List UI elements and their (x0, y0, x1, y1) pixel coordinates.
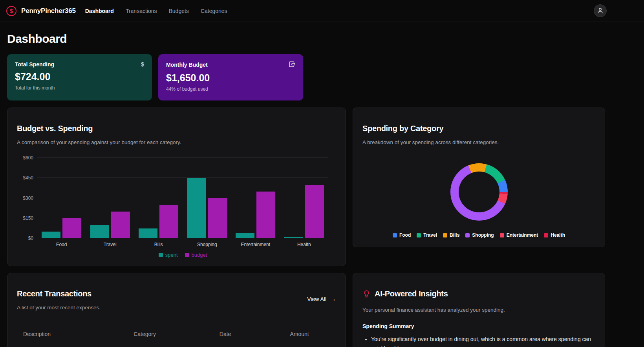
col-category: Category (134, 331, 220, 337)
brand-name: PennyPincher365 (21, 7, 76, 15)
x-label-shopping: Shopping (183, 242, 232, 247)
donut-hole (459, 172, 499, 212)
donut-wrap (362, 163, 595, 221)
legend-item-health: Health (544, 232, 565, 238)
arrow-right-icon: → (330, 296, 336, 303)
col-description: Description (23, 331, 134, 337)
budget-vs-spending-bar-chart: $0$150$300$450$600 (17, 158, 336, 238)
y-tick-label: $300 (23, 195, 33, 201)
nav-item-transactions[interactable]: Transactions (126, 8, 157, 14)
stat-subtext: Total for this month (15, 85, 144, 91)
bar-spent-entertainment (236, 233, 254, 239)
brand-home-link[interactable]: $ PennyPincher365 (6, 6, 76, 16)
bar-budget-bills (159, 205, 178, 238)
stat-value: $724.00 (15, 71, 144, 82)
bar-budget-shopping (208, 198, 227, 239)
nav-item-categories[interactable]: Categories (201, 8, 227, 14)
transactions-title: Recent Transactions (17, 289, 101, 298)
legend-swatch (393, 233, 397, 237)
table-row (17, 342, 336, 347)
stat-value: $1,650.00 (166, 72, 295, 84)
dollar-icon: $ (141, 61, 144, 68)
chart-subtitle: A breakdown of your spending across diff… (362, 139, 595, 145)
view-all-link[interactable]: View All → (307, 296, 336, 303)
legend-swatch (465, 233, 470, 237)
x-label-bills: Bills (134, 242, 183, 247)
bottom-row: Recent Transactions A list of your most … (7, 273, 644, 347)
bar-spent-food (42, 232, 60, 238)
bar-group-entertainment (231, 158, 280, 238)
bar-group-health (280, 158, 329, 238)
stats-row: Total Spending $ $724.00 Total for this … (7, 54, 644, 100)
legend-item-shopping: Shopping (465, 232, 494, 238)
col-amount: Amount (290, 331, 330, 337)
x-label-entertainment: Entertainment (231, 242, 280, 247)
bar-group-food (37, 158, 86, 238)
logo-glyph: $ (10, 7, 13, 14)
insights-section-heading: Spending Summary (362, 323, 595, 329)
legend-swatch (443, 233, 447, 237)
legend-item-food: Food (393, 232, 411, 238)
insights-bullet-list: You're significantly over budget in dini… (362, 335, 595, 347)
dollar-circle-logo-icon: $ (6, 6, 16, 16)
chart-subtitle: A comparison of your spending against yo… (17, 139, 336, 145)
nav-item-budgets[interactable]: Budgets (169, 8, 189, 14)
insights-title: AI-Powered Insights (375, 289, 448, 298)
bar-budget-travel (111, 212, 130, 238)
x-label-travel: Travel (86, 242, 135, 247)
bar-spent-bills (139, 228, 157, 239)
legend-swatch (417, 233, 421, 237)
y-axis: $0$150$300$450$600 (17, 158, 37, 238)
x-label-health: Health (280, 242, 329, 247)
legend-item-budget: budget (185, 252, 207, 258)
stat-label: Total Spending (15, 61, 54, 68)
stat-subtext: 44% of budget used (166, 86, 295, 92)
main-content: Dashboard Total Spending $ $724.00 Total… (0, 22, 644, 347)
view-all-label: View All (307, 296, 326, 302)
bar-budget-food (62, 218, 81, 238)
spending-donut-chart (450, 163, 508, 221)
page-title: Dashboard (7, 32, 644, 46)
legend-item-travel: Travel (417, 232, 437, 238)
chart-title: Budget vs. Spending (17, 124, 336, 133)
spending-by-category-card: Spending by Category A breakdown of your… (353, 108, 605, 247)
charts-row: Budget vs. Spending A comparison of your… (7, 108, 644, 266)
nav-item-dashboard[interactable]: Dashboard (85, 8, 114, 14)
top-navbar: $ PennyPincher365 Dashboard Transactions… (0, 0, 644, 22)
y-tick-label: $450 (23, 175, 33, 181)
recent-transactions-card: Recent Transactions A list of your most … (7, 273, 346, 347)
y-tick-label: $150 (23, 216, 33, 221)
transactions-subtitle: A list of your most recent expenses. (17, 305, 101, 310)
pie-chart-legend: FoodTravelBillsShoppingEntertainmentHeal… (362, 232, 595, 238)
bar-budget-health (305, 185, 324, 239)
x-label-food: Food (37, 242, 86, 247)
user-menu-button[interactable] (594, 4, 607, 17)
legend-swatch (159, 253, 163, 257)
plot-area (37, 158, 328, 238)
col-date: Date (220, 331, 290, 337)
bar-chart-legend: spentbudget (37, 252, 328, 258)
total-spending-card: Total Spending $ $724.00 Total for this … (7, 54, 152, 100)
legend-item-entertainment: Entertainment (500, 232, 538, 238)
transactions-table: Description Category Date Amount (17, 326, 336, 347)
table-header-row: Description Category Date Amount (17, 326, 336, 342)
wallet-icon (289, 61, 295, 69)
ai-insights-card: AI-Powered Insights Your personal financ… (353, 273, 605, 347)
bar-budget-entertainment (256, 192, 275, 239)
stat-label: Monthly Budget (166, 62, 208, 68)
user-icon (596, 7, 604, 15)
y-tick-label: $600 (23, 155, 33, 161)
lightbulb-icon (362, 290, 371, 298)
x-axis-labels: FoodTravelBillsShoppingEntertainmentHeal… (37, 242, 328, 247)
bar-group-shopping (183, 158, 232, 238)
bar-group-bills (134, 158, 183, 238)
monthly-budget-card: Monthly Budget $1,650.00 44% of budget u… (158, 54, 303, 100)
bar-group-travel (86, 158, 135, 238)
legend-swatch (185, 253, 189, 257)
chart-title: Spending by Category (362, 124, 595, 133)
insights-subtitle: Your personal finance assistant has anal… (362, 307, 595, 313)
insight-bullet: You're significantly over budget in dini… (371, 335, 595, 347)
primary-nav: Dashboard Transactions Budgets Categorie… (85, 8, 227, 14)
y-tick-label: $0 (28, 236, 33, 241)
bar-spent-travel (90, 225, 109, 238)
